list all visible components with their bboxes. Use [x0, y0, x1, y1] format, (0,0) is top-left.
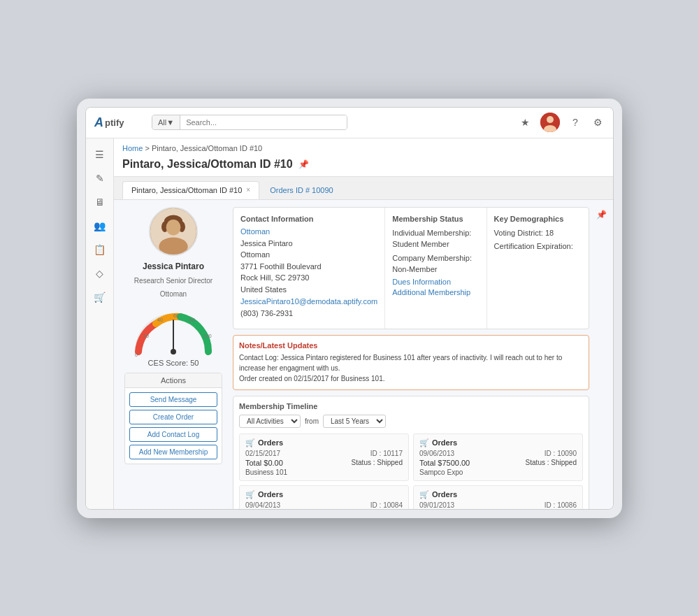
order-card-2: 🛒 Orders 09/04/2013 ID : 10084 Total $89…: [239, 485, 409, 509]
create-order-button[interactable]: Create Order: [129, 410, 217, 424]
additional-membership-link[interactable]: Additional Membership: [392, 288, 479, 296]
right-aside: 📌: [596, 207, 606, 509]
tab-main-label: Pintaro, Jessica/Ottoman ID #10: [131, 186, 242, 194]
orders-grid: 🛒 Orders 02/15/2017 ID : 10117 Total $0.…: [239, 434, 583, 509]
order-total-status-1: Total $7500.00 Status : Shipped: [419, 459, 577, 467]
left-nav-cart[interactable]: 🛒: [89, 287, 110, 308]
svg-point-5: [159, 237, 187, 255]
star-icon[interactable]: ★: [518, 115, 532, 129]
gear-icon[interactable]: ⚙: [591, 115, 605, 129]
search-input[interactable]: [180, 115, 347, 129]
send-message-button[interactable]: Send Message: [129, 392, 217, 407]
contact-email[interactable]: JessicaPintaro10@demodata.aptify.com: [240, 297, 377, 306]
add-contact-log-button[interactable]: Add Contact Log: [129, 427, 217, 442]
order-date-0: 02/15/2017: [245, 450, 280, 457]
left-nav-docs[interactable]: 📋: [89, 239, 110, 260]
ces-label: CES Score: 50: [148, 359, 199, 367]
order-status-0: Status : Shipped: [352, 459, 403, 467]
voting-district: Voting District: 18: [494, 227, 582, 239]
help-icon[interactable]: ?: [568, 115, 582, 129]
top-nav: A ptify All▼ ★ ? ⚙: [86, 108, 613, 138]
add-new-membership-button[interactable]: Add New Membership: [129, 445, 217, 459]
aside-pin-icon[interactable]: 📌: [596, 210, 607, 220]
activity-filter-select[interactable]: All Activities: [239, 415, 301, 428]
svg-point-11: [171, 349, 176, 354]
left-nav-diamond[interactable]: ◇: [89, 263, 110, 284]
order-header-3: 🛒 Orders: [419, 490, 577, 499]
left-nav: ☰ ✎ 🖥 👥 📋 ◇ 🛒: [86, 138, 114, 509]
left-nav-menu[interactable]: ☰: [89, 144, 110, 165]
order-icon-2: 🛒: [245, 490, 255, 499]
person-photo: [149, 207, 198, 256]
monitor: A ptify All▼ ★ ? ⚙: [77, 99, 622, 518]
gauge-container: 0 20 40 60 80 100 CES Score: 50: [124, 306, 222, 367]
timeline-filter: All Activities from Last 5 Years: [239, 415, 583, 428]
order-header-1: 🛒 Orders: [419, 438, 577, 447]
left-nav-contacts[interactable]: 👥: [89, 215, 110, 236]
order-icon-3: 🛒: [419, 490, 429, 499]
actions-box: Actions Send Message Create Order Add Co…: [124, 373, 222, 464]
order-status-1: Status : Shipped: [526, 459, 577, 467]
order-header-0: 🛒 Orders: [245, 438, 403, 447]
order-title-3: Orders: [432, 490, 457, 499]
order-desc-0: Business 101: [245, 468, 403, 476]
demographics-col: Key Demographics Voting District: 18 Cer…: [487, 208, 589, 329]
contact-info-title: Contact Information: [240, 215, 377, 223]
tab-close-icon[interactable]: ×: [246, 186, 250, 194]
breadcrumb-current: Pintaro, Jessica/Ottoman ID #10: [152, 144, 262, 152]
demographics-title: Key Demographics: [494, 215, 582, 223]
svg-point-9: [166, 220, 181, 236]
order-desc-1: Sampco Expo: [419, 468, 577, 476]
order-amount-0: Total $0.00: [245, 459, 283, 467]
contact-address: Jessica PintaroOttoman3771 Foothill Boul…: [240, 238, 377, 296]
timeline-title: Membership Timeline: [239, 402, 583, 410]
org-link[interactable]: Ottoman: [240, 227, 377, 236]
membership-status-title: Membership Status: [392, 215, 479, 223]
dues-info-link[interactable]: Dues Information: [392, 278, 479, 286]
tab-main[interactable]: Pintaro, Jessica/Ottoman ID #10 ×: [122, 181, 259, 199]
tab-bar: Pintaro, Jessica/Ottoman ID #10 × Orders…: [114, 177, 613, 200]
notes-text: Contact Log: Jessica Pintaro registered …: [239, 352, 583, 384]
search-bar[interactable]: All▼: [152, 115, 347, 130]
tab-orders-label: Orders ID # 10090: [270, 186, 333, 194]
order-meta-1: 09/06/2013 ID : 10090: [419, 450, 577, 457]
order-icon-1: 🛒: [419, 438, 429, 447]
company-membership: Company Membership: Non-Member: [392, 252, 479, 275]
tab-orders[interactable]: Orders ID # 10090: [261, 181, 343, 199]
logo-letter: A: [94, 115, 103, 130]
order-total-status-0: Total $0.00 Status : Shipped: [245, 459, 403, 467]
pin-icon[interactable]: 📌: [298, 159, 309, 169]
order-title-1: Orders: [432, 438, 457, 447]
left-panel: Jessica Pintaro Research Senior Director…: [121, 207, 226, 509]
logo: A ptify: [94, 115, 143, 130]
svg-point-1: [547, 116, 554, 123]
ces-gauge: 0 20 40 60 80 100: [128, 306, 219, 359]
order-id-0: ID : 10117: [370, 450, 403, 457]
search-dropdown[interactable]: All▼: [152, 115, 180, 129]
date-filter-select[interactable]: Last 5 Years: [323, 415, 386, 428]
actions-body: Send Message Create Order Add Contact Lo…: [125, 388, 222, 464]
order-header-2: 🛒 Orders: [245, 490, 403, 499]
contact-info-col: Contact Information Ottoman Jessica Pint…: [233, 208, 385, 329]
person-org: Ottoman: [160, 290, 187, 298]
page-title-bar: Pintaro, Jessica/Ottoman ID #10 📌: [114, 155, 613, 177]
left-nav-edit[interactable]: ✎: [89, 168, 110, 189]
cert-expiration: Certification Expiration:: [494, 241, 582, 252]
avatar[interactable]: [540, 113, 560, 132]
page-title: Pintaro, Jessica/Ottoman ID #10: [122, 158, 293, 171]
order-id-1: ID : 10090: [545, 450, 577, 457]
main-content: Home > Pintaro, Jessica/Ottoman ID #10 P…: [114, 138, 613, 509]
breadcrumb-home[interactable]: Home: [122, 144, 143, 152]
order-date-2: 09/04/2013: [245, 501, 280, 509]
left-nav-monitor[interactable]: 🖥: [89, 192, 110, 213]
membership-status-col: Membership Status Individual Membership:…: [385, 208, 487, 329]
order-amount-1: Total $7500.00: [419, 459, 470, 467]
order-icon-0: 🛒: [245, 438, 255, 447]
order-meta-2: 09/04/2013 ID : 10084: [245, 501, 403, 509]
order-id-3: ID : 10086: [545, 501, 577, 509]
order-date-1: 09/06/2013: [419, 450, 454, 457]
info-grid: Contact Information Ottoman Jessica Pint…: [233, 207, 589, 329]
content-area: Jessica Pintaro Research Senior Director…: [114, 200, 613, 509]
person-title: Research Senior Director: [134, 277, 212, 285]
order-card-1: 🛒 Orders 09/06/2013 ID : 10090 Total $75…: [413, 434, 583, 481]
